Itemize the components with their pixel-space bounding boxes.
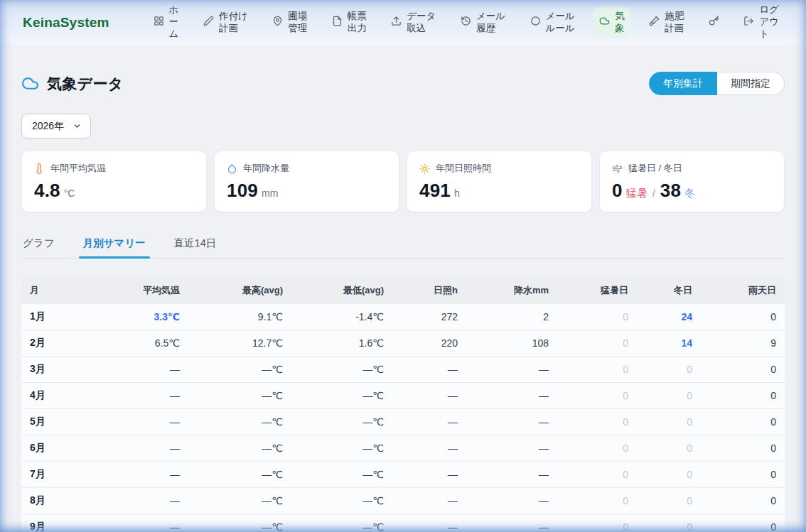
month-cell: 8月 [21, 488, 121, 514]
column-header: 最高(avg) [188, 277, 291, 304]
value-cell: — [392, 514, 466, 532]
value-cell: 220 [392, 330, 466, 357]
value-cell: —℃ [291, 357, 392, 383]
value-cell: 0 [557, 488, 637, 514]
stat-card-label: 年間降水量 [227, 162, 387, 175]
value-cell: 0 [557, 357, 637, 383]
nav-item-field-management[interactable]: 圃場 管理 [267, 7, 313, 38]
value-cell: 0 [701, 435, 785, 462]
dashboard-icon [154, 16, 164, 30]
stat-cards: 年間平均気温4.8°C年間降水量109mm年間日照時間491h猛暑日 / 冬日0… [21, 151, 785, 212]
value-cell: — [121, 435, 188, 462]
value-cell: 2 [466, 304, 557, 330]
thermometer-icon [34, 163, 45, 174]
value-cell: — [392, 383, 466, 409]
document-icon [332, 16, 343, 30]
stat-card-label: 猛暑日 / 冬日 [612, 162, 772, 175]
value-cell: 14 [637, 330, 701, 357]
value-cell: 6.5℃ [121, 330, 188, 357]
stat-card-value: 4.8°C [34, 180, 194, 202]
value-cell: — [466, 462, 557, 488]
table-row: 9月——℃—℃——000 [21, 514, 785, 532]
month-cell: 6月 [21, 435, 121, 462]
value-cell: 0 [701, 357, 785, 383]
nav-item-label: 帳票 出力 [348, 11, 367, 35]
table-row: 2月6.5℃12.7℃1.6℃2201080149 [21, 330, 785, 357]
tab-monthly-summary[interactable]: 月別サマリー [82, 231, 147, 258]
table-row: 3月——℃—℃——000 [21, 357, 785, 383]
month-cell: 5月 [21, 409, 121, 435]
value-cell: — [392, 488, 466, 514]
nav-item-fertilizer-plan[interactable]: 施肥 計画 [643, 7, 689, 38]
nav-item-planting-plan[interactable]: 作付け 計画 [198, 7, 254, 38]
tab-graph[interactable]: グラフ [21, 231, 56, 258]
nav-item-label: ログ アウ ト [759, 4, 779, 40]
nav-item-label: 施肥 計画 [665, 11, 684, 35]
pencil-icon [203, 16, 214, 30]
value-cell: 9.1℃ [188, 304, 291, 330]
column-header: 雨天日 [701, 277, 785, 304]
value-cell: 0 [701, 409, 785, 435]
nav-item-label: 圃場 管理 [288, 11, 307, 35]
nav-item-weather[interactable]: 気 象 [593, 7, 630, 38]
page-title: 気象データ [47, 74, 123, 94]
stat-card-extreme-days: 猛暑日 / 冬日0猛暑/38冬 [599, 151, 785, 212]
brand-logo[interactable]: KeinaSystem [23, 15, 109, 31]
value-cell: 12.7℃ [188, 330, 291, 357]
monthly-summary-table: 月平均気温最高(avg)最低(avg)日照h降水mm猛暑日冬日雨天日 1月3.3… [21, 277, 785, 532]
value-cell: 0 [701, 462, 785, 488]
value-cell: 272 [392, 304, 466, 330]
period-select-button[interactable]: 期間指定 [717, 72, 785, 95]
nav-item-mail-history[interactable]: メール 履歴 [455, 7, 511, 38]
value-cell: — [121, 383, 188, 409]
table-row: 5月——℃—℃——000 [21, 409, 785, 435]
stat-card-annual-avg-temp: 年間平均気温4.8°C [21, 151, 207, 212]
value-cell: 0 [701, 514, 785, 532]
top-nav: KeinaSystem ホ ー ム作付け 計画圃場 管理帳票 出力データ 取込メ… [0, 0, 806, 45]
nav-item-logout[interactable]: ログ アウ ト [738, 1, 785, 44]
value-cell: 108 [466, 330, 557, 357]
value-cell: — [392, 462, 466, 488]
value-cell: —℃ [188, 514, 291, 532]
table-row: 1月3.3℃9.1℃-1.4℃27220240 [21, 304, 785, 330]
map-pin-icon [272, 16, 283, 30]
year-select[interactable]: 2026年 [21, 114, 91, 139]
value-cell: 0 [637, 462, 701, 488]
value-cell: 24 [637, 304, 701, 330]
value-cell: — [121, 462, 188, 488]
yearly-aggregate-button[interactable]: 年別集計 [649, 72, 717, 95]
tab-recent-14-days[interactable]: 直近14日 [173, 231, 218, 258]
value-cell: — [466, 488, 557, 514]
value-cell: 0 [637, 357, 701, 383]
value-cell: —℃ [188, 409, 291, 435]
nav-item-home[interactable]: ホ ー ム [148, 1, 185, 44]
test-tube-icon [649, 16, 660, 30]
nav-item-label: データ 取込 [407, 11, 436, 35]
stat-card-label: 年間平均気温 [34, 162, 194, 175]
nav-item-label: ホ ー ム [169, 4, 179, 40]
value-cell: 0 [637, 488, 701, 514]
value-cell: 3.3℃ [121, 304, 188, 330]
nav-item-password-key[interactable] [703, 12, 725, 33]
cloud-icon [599, 16, 610, 30]
value-cell: —℃ [188, 357, 291, 383]
value-cell: 0 [557, 330, 637, 357]
value-cell: — [392, 409, 466, 435]
column-header: 猛暑日 [557, 277, 637, 304]
value-cell: 9 [701, 330, 785, 357]
column-header: 平均気温 [121, 277, 188, 304]
nav-item-data-import[interactable]: データ 取込 [385, 7, 441, 38]
month-cell: 3月 [21, 357, 121, 383]
nav-item-report-output[interactable]: 帳票 出力 [326, 7, 372, 38]
nav-item-mail-rules[interactable]: メール ルール [525, 7, 581, 38]
table-row: 7月——℃—℃——000 [21, 462, 785, 488]
stat-card-value: 0猛暑/38冬 [612, 180, 772, 202]
value-cell: — [466, 514, 557, 532]
value-cell: 0 [557, 409, 637, 435]
month-cell: 4月 [21, 383, 121, 409]
value-cell: —℃ [291, 514, 392, 532]
view-tabs: グラフ月別サマリー直近14日 [21, 231, 785, 259]
aggregation-toggle: 年別集計 期間指定 [649, 72, 785, 95]
value-cell: —℃ [188, 435, 291, 462]
value-cell: —℃ [291, 409, 392, 435]
